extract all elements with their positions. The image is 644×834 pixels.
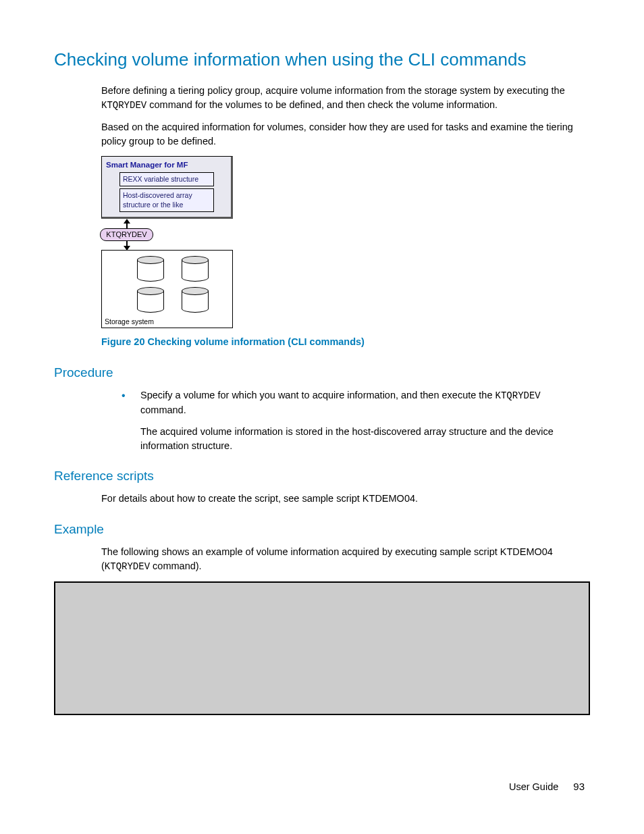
ktqrydev-label: KTQRYDEV: [100, 228, 153, 241]
cylinder-icon: [182, 287, 209, 313]
reference-heading: Reference scripts: [54, 467, 590, 486]
procedure-note: The acquired volume information is store…: [140, 425, 583, 452]
host-array-box: Host-discovered array structure or the l…: [119, 188, 214, 212]
text: Before defining a tiering policy group, …: [101, 85, 565, 96]
page-number: 93: [573, 781, 585, 792]
example-output-box: [54, 581, 590, 715]
text: Specify a volume for which you want to a…: [140, 390, 495, 400]
figure-diagram: Smart Manager for MF REXX variable struc…: [101, 156, 590, 329]
section-heading: Checking volume information when using t…: [54, 47, 590, 72]
procedure-list: Specify a volume for which you want to a…: [122, 388, 583, 417]
cylinder-icon: [137, 256, 164, 282]
example-body: The following shows an example of volume…: [101, 545, 583, 573]
cylinder-icon: [137, 287, 164, 313]
storage-system-box: Storage system: [101, 250, 233, 328]
footer-label: User Guide: [509, 781, 558, 792]
page-footer: User Guide 93: [509, 779, 585, 793]
command-name: KTQRYDEV: [495, 390, 541, 401]
command-name: KTQRYDEV: [105, 561, 150, 572]
procedure-item: Specify a volume for which you want to a…: [122, 388, 583, 417]
example-heading: Example: [54, 521, 590, 539]
reference-body: For details about how to create the scri…: [101, 492, 583, 505]
cylinder-icon: [182, 256, 209, 282]
smart-manager-title: Smart Manager for MF: [106, 159, 228, 170]
text: command).: [150, 561, 202, 571]
intro-paragraph-1: Before defining a tiering policy group, …: [101, 84, 583, 112]
smart-manager-box: Smart Manager for MF REXX variable struc…: [101, 156, 233, 219]
connector: KTQRYDEV: [61, 219, 192, 251]
storage-label: Storage system: [105, 317, 154, 327]
text: command.: [140, 405, 186, 415]
figure-caption: Figure 20 Checking volume information (C…: [101, 335, 590, 348]
intro-block: Before defining a tiering policy group, …: [101, 84, 583, 147]
intro-paragraph-2: Based on the acquired information for vo…: [101, 120, 583, 148]
rexx-box: REXX variable structure: [119, 172, 214, 186]
procedure-heading: Procedure: [54, 364, 590, 382]
command-name: KTQRYDEV: [101, 100, 146, 111]
text: command for the volumes to be defined, a…: [146, 99, 498, 110]
